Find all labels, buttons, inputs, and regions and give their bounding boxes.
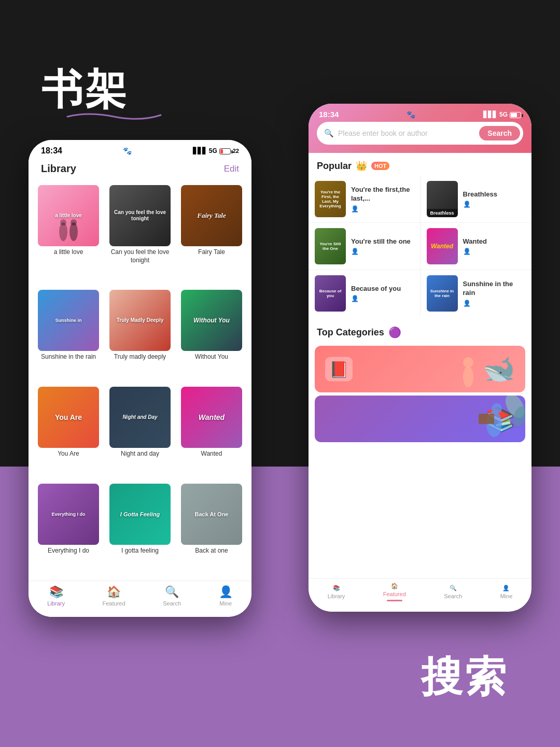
nav-featured-right[interactable]: 🏠 Featured [383,583,406,601]
book-cover-2: Fairy Tale [181,185,242,246]
book-item-3[interactable]: Sunshine in Sunshine in the rain [35,290,102,383]
book-item-10[interactable]: I Gotta Feeling I gotta feeling [106,484,174,576]
book-cover-0: a little love [38,185,99,246]
book-cover-8: Wanted [181,387,242,448]
categories-section: Top Categories 🟣 📕 🐋 [309,319,531,449]
book-item-9[interactable]: Everything I do Everything I do [35,484,102,576]
nav-featured-left[interactable]: 🏠 Featured [103,585,125,607]
nav-mine-left[interactable]: 👤 Mine [219,585,233,607]
book-item-0[interactable]: a little love a little love [35,185,102,286]
book-label-9: Everything I do [48,547,89,555]
popular-author-2: 👤 [351,248,414,255]
book-label-7: Night and day [121,450,159,458]
popular-item-0[interactable]: You're the First, the Last, My Everythin… [309,176,420,222]
book-grid: a little love a little love Can you feel… [29,181,251,581]
bottom-nav-left: 📚 Library 🏠 Featured 🔍 Search 👤 Mine [29,581,251,617]
book-item-2[interactable]: Fairy Tale Fairy Tale [178,185,245,286]
search-icon-nav-right: 🔍 [450,585,457,591]
signal-right: ▋▋▋ [483,111,497,118]
svg-rect-8 [479,414,494,424]
left-phone: 18:34 🐾 ▋▋▋ 5G 22 Library Edit a lit [29,140,251,617]
book-cover-11: Back At One [181,484,242,545]
book-label-5: Without You [195,353,228,361]
popular-author-4: 👤 [351,295,414,302]
category-banner-drama[interactable]: 📚 [315,396,525,442]
network-right: 5G [499,111,508,118]
svg-point-2 [60,219,66,225]
popular-author-1: 👤 [463,201,526,208]
categories-title: Top Categories 🟣 [309,319,531,343]
featured-icon: 🏠 [107,585,121,599]
nav-search-left[interactable]: 🔍 Search [163,585,181,607]
search-icon-left: 🔍 [165,585,179,599]
popular-thumb-0: You're the First, the Last, My Everythin… [315,181,346,217]
book-item-6[interactable]: You Are You Are [35,387,102,480]
book-item-5[interactable]: Without You Without You [178,290,245,383]
popular-thumb-2: You're Still the One [315,228,346,264]
battery-pct-left: 22 [233,148,239,154]
popular-thumb-1: Breathless [427,181,458,217]
nav-search-right[interactable]: 🔍 Search [444,585,462,599]
popular-author-5: 👤 [463,300,526,307]
svg-point-4 [463,367,473,387]
nav-search-label-right: Search [444,593,462,599]
library-title: Library [41,163,76,175]
girl-silhouette [453,351,484,387]
time-left: 18:34 [41,146,62,156]
nav-library-right[interactable]: 📚 Library [328,585,345,599]
nav-mine-label-right: Mine [500,593,512,599]
popular-title-3: Wanted [463,237,526,246]
book-label-11: Back at one [195,547,228,555]
status-icons-left: ▋▋▋ 5G 22 [193,147,239,155]
title-underline-decoration [62,109,166,110]
time-right: 18:34 [319,110,339,119]
categories-icon: 🟣 [388,326,401,339]
book-item-8[interactable]: Wanted Wanted [178,387,245,480]
hot-icon: 👑 [356,160,367,172]
book-cover-1: Can you feel the love tonight [109,185,171,246]
book-label-0: a little love [54,248,83,257]
book-item-4[interactable]: Truly Madly Deeply Truly madly deeply [106,290,174,383]
book-cover-10: I Gotta Feeling [109,484,171,545]
book-cover-3: Sunshine in [38,290,99,351]
book-item-11[interactable]: Back At One Back at one [178,484,245,576]
search-button[interactable]: Search [479,126,520,140]
popular-item-2[interactable]: You're Still the One You're still the on… [309,223,420,270]
mine-icon-right: 👤 [502,585,510,591]
search-icon-right: 🔍 [324,129,334,138]
popular-item-4[interactable]: Because of you Because of you 👤 [309,270,420,317]
nav-featured-label: Featured [103,600,125,607]
edit-button[interactable]: Edit [224,164,239,174]
book-item-1[interactable]: Can you feel the love tonight Can you fe… [106,185,174,286]
book-cover-9: Everything I do [38,484,99,545]
search-bar[interactable]: 🔍 Please enter book or author Search [317,122,523,145]
library-icon-right: 📚 [333,585,340,591]
nav-mine-right[interactable]: 👤 Mine [500,585,512,599]
popular-title-0: You're the first,the last,... [351,186,414,203]
popular-section: Popular 👑 HOT You're the First, the Last… [309,153,531,317]
category-banner-romance[interactable]: 📕 🐋 [315,346,525,392]
popular-thumb-4: Because of you [315,275,346,312]
status-bar-left: 18:34 🐾 ▋▋▋ 5G 22 [29,140,251,159]
book-label-1: Can you feel the love tonight [106,248,174,264]
popular-item-5[interactable]: Sunshine in the rain Sunshine in the rai… [421,270,532,317]
book-label-3: Sunshine in the rain [41,353,96,361]
popular-title-5: Sunshine in the rain [463,280,526,298]
hot-badge: HOT [371,162,389,170]
book-cover-4: Truly Madly Deeply [109,290,171,351]
signal-left: ▋▋▋ [193,147,207,154]
popular-title-2: You're still the one [351,237,414,246]
search-placeholder: Please enter book or author [338,129,475,137]
popular-item-3[interactable]: Wanted Wanted 👤 [421,223,532,270]
popular-title: Popular 👑 HOT [309,153,531,176]
nav-library-label: Library [47,600,65,607]
book-item-7[interactable]: Night and Day Night and day [106,387,174,480]
mine-icon-left: 👤 [219,585,233,599]
nav-featured-label-right: Featured [383,591,406,597]
book-label-10: I gotta feeling [121,547,159,555]
popular-item-1[interactable]: Breathless Breathless 👤 [421,176,532,222]
popular-grid: You're the First, the Last, My Everythin… [309,176,531,317]
nav-library-left[interactable]: 📚 Library [47,585,65,607]
featured-icon-right: 🏠 [391,583,398,589]
book-icon: 📕 [329,361,348,378]
